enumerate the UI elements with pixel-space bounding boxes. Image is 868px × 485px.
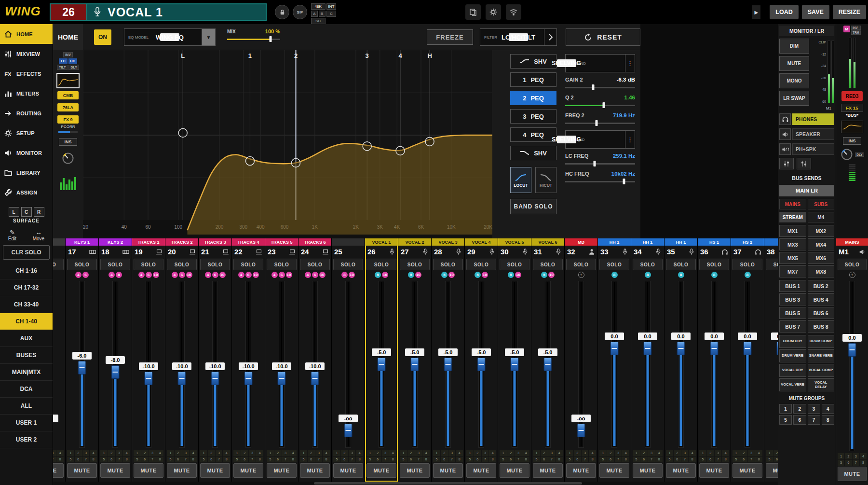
channel-label[interactable]: VOCAL 1 (365, 238, 398, 246)
mute-button[interactable]: MUTE (333, 463, 363, 478)
red3-button[interactable]: RED3 (841, 91, 863, 101)
solo-button[interactable]: SOLO (433, 259, 463, 270)
fader[interactable]: -5.0 (498, 279, 531, 450)
mute-button[interactable]: MUTE (433, 463, 463, 478)
selected-channel-header[interactable]: 26 VOCAL 1 (50, 3, 267, 21)
eq-band-button-1[interactable]: 1PEQ (510, 72, 556, 87)
channel-label[interactable]: KEYS 1 (66, 238, 98, 246)
bus-button-bus-2[interactable]: BUS 2 (808, 280, 835, 292)
channel-label[interactable]: HH 1 (598, 238, 631, 246)
gain-slider[interactable] (565, 84, 635, 90)
fader[interactable]: -oo (332, 279, 365, 450)
mute-button[interactable]: MUTE (233, 463, 263, 478)
solo-button[interactable]: SOLO (200, 259, 230, 270)
channel-number-row[interactable]: 22 (232, 246, 265, 258)
monitor-source-a-button[interactable] (779, 158, 794, 169)
fader[interactable]: -5.0 (531, 279, 564, 450)
fader-cap[interactable] (378, 358, 386, 371)
lcr-button-l[interactable]: L (9, 207, 19, 217)
main-delay-knob[interactable] (840, 148, 854, 161)
comp-block-button[interactable]: 76LA (57, 103, 79, 111)
fader-cap[interactable] (677, 342, 685, 355)
sidebar-item-home[interactable]: HOME (0, 24, 53, 44)
home-tab[interactable]: HOME (53, 24, 83, 50)
wifi-icon[interactable] (506, 4, 521, 20)
resize-button[interactable]: RESIZE (833, 5, 866, 19)
mute-group-button-8[interactable]: 8 (822, 415, 834, 425)
fader[interactable]: -5.0 (432, 279, 464, 450)
eq-band-button-shelf-high[interactable]: SHV (510, 146, 556, 160)
freq-slider[interactable] (565, 120, 635, 126)
fader-cap[interactable] (710, 342, 719, 355)
sidebar-item-monitor[interactable]: MONITOR (0, 143, 53, 163)
gear-icon[interactable] (486, 4, 501, 20)
send-indicators[interactable]: 12345678 (633, 450, 663, 462)
fx-block-button[interactable]: FX 9 (57, 115, 79, 124)
bus-button-bus-7[interactable]: BUS 7 (779, 320, 806, 333)
fader[interactable]: -10.0 (265, 279, 298, 450)
fader-cap[interactable] (178, 372, 186, 385)
fx-send-button-drum-verb[interactable]: DRUM VERB (779, 349, 806, 362)
eq-band-handle[interactable] (363, 142, 371, 151)
mute-group-button-2[interactable]: 2 (793, 404, 806, 414)
lo-band-menu-button[interactable]: ⋮ (625, 55, 635, 72)
mute-button[interactable]: MUTE (566, 463, 596, 478)
solo-button[interactable]: SOLO (100, 259, 130, 270)
mx-button-mx4[interactable]: MX4 (808, 238, 835, 250)
strips-scrollbar[interactable] (53, 482, 778, 485)
tilt-badge[interactable]: TILT (57, 65, 68, 70)
dly-badge-main[interactable]: DLY (855, 152, 864, 157)
send-indicators[interactable]: 12345678 (333, 450, 363, 462)
send-indicators[interactable]: 12345678 (466, 450, 496, 462)
solo-button[interactable]: SOLO (732, 259, 762, 270)
bus-button-bus-4[interactable]: BUS 4 (808, 293, 835, 305)
lock-button[interactable] (275, 5, 289, 19)
eq-band-button-4[interactable]: 4PEQ (510, 127, 556, 142)
fader-cap[interactable] (344, 424, 353, 437)
subs-button[interactable]: SUBS (808, 199, 835, 209)
fader-cap[interactable] (111, 365, 120, 379)
hc-badge[interactable]: HC (68, 58, 77, 64)
fader[interactable]: 0.0 (764, 279, 778, 450)
bank-button-buses[interactable]: BUSES (0, 347, 53, 364)
edit-button[interactable]: ✎Edit (8, 229, 16, 241)
pan-knob[interactable] (61, 152, 75, 165)
channel-number-row[interactable]: 19 (132, 246, 165, 258)
eq-graph[interactable]: 2040601002003004006001K2K3K4K6K10K20KL12… (83, 50, 492, 238)
channel-number-row[interactable]: 23 (265, 246, 298, 258)
channel-label[interactable]: TRACKS 2 (165, 238, 198, 246)
send-indicators[interactable]: 12345678 (400, 450, 430, 462)
solo-button[interactable]: SOLO (267, 259, 297, 270)
mute-button[interactable]: MUTE (766, 463, 778, 478)
lr-swap-button[interactable]: LR SWAP (779, 91, 809, 106)
mute-group-button-7[interactable]: 7 (808, 415, 820, 425)
mute-button[interactable]: MUTE (838, 467, 867, 481)
sidebar-item-routing[interactable]: ROUTING (0, 103, 53, 123)
channel-label[interactable]: VOCAL 3 (432, 238, 464, 246)
speaker-button[interactable]: SPEAKER (779, 128, 834, 140)
expand-arrow-button[interactable]: ▶ (752, 5, 760, 19)
bus-button-bus-3[interactable]: BUS 3 (779, 293, 806, 305)
main-eq-thumbnail[interactable] (841, 121, 863, 133)
channel-number-row[interactable]: 28 (432, 246, 464, 258)
eq-reset-button[interactable]: RESET (566, 28, 640, 46)
mute-button[interactable]: MUTE (366, 463, 396, 478)
send-indicators[interactable]: 12345678 (766, 450, 778, 462)
solo-button[interactable]: SOLO (366, 259, 396, 270)
bus-button-bus-8[interactable]: BUS 8 (808, 320, 835, 333)
fader-track[interactable] (345, 281, 351, 448)
solo-button[interactable]: SOLO (233, 259, 263, 270)
band-solo-button[interactable]: BAND SOLO (510, 199, 556, 214)
solo-button[interactable]: SOLO (167, 259, 197, 270)
mute-button[interactable]: MUTE (53, 463, 64, 478)
mx-button-mx1[interactable]: MX1 (779, 225, 806, 237)
send-indicators[interactable]: 12345678 (53, 450, 64, 462)
eq-block-thumbnail[interactable] (56, 73, 80, 88)
sidebar-item-setup[interactable]: SETUP (0, 123, 53, 143)
freeze-button[interactable]: FREEZE (427, 29, 473, 45)
channel-number-row[interactable]: 36 (698, 246, 731, 258)
fader-cap[interactable] (311, 372, 319, 385)
eq-band-button-2[interactable]: 2PEQ (510, 91, 556, 105)
mx-button-mx5[interactable]: MX5 (779, 252, 806, 264)
channel-number-row[interactable]: 35 (665, 246, 697, 258)
